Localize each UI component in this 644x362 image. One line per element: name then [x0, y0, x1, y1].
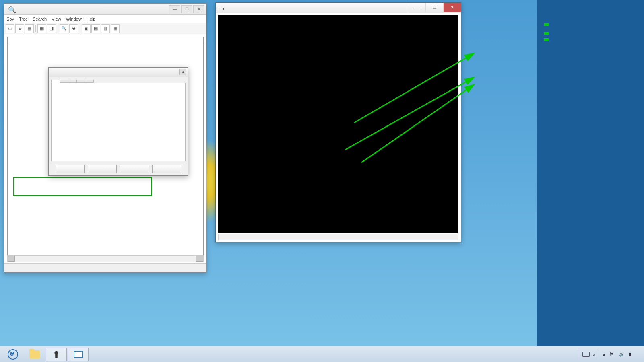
console-output[interactable]	[218, 15, 458, 233]
condition-highlight-box	[544, 32, 549, 35]
console-titlebar[interactable]: ▭ — ☐ ✕	[216, 3, 461, 13]
keyboard-icon[interactable]	[582, 352, 590, 357]
properties-body	[51, 83, 186, 161]
taskbar[interactable]: » ▴ ⚑ 🔊 ▮	[0, 346, 644, 362]
tab-process[interactable]	[85, 80, 94, 83]
taskbar-ie-button[interactable]	[2, 348, 23, 361]
spypp-inner-title	[8, 37, 203, 45]
refresh-button[interactable]	[88, 165, 117, 173]
close-button[interactable]: ✕	[193, 5, 204, 13]
toolbar-btn[interactable]: ▤	[91, 24, 100, 33]
tray-expand-icon[interactable]: ▴	[603, 352, 605, 357]
menu-view[interactable]: View	[52, 16, 61, 21]
desktop-toolbar[interactable]: »	[579, 348, 599, 360]
toolbar-btn[interactable]: ⊚	[15, 24, 24, 33]
weather-snap-panel[interactable]	[537, 0, 644, 346]
spypp-statusbar	[4, 263, 206, 272]
toolbar-btn[interactable]: ◨	[47, 24, 56, 33]
tab-class[interactable]	[76, 80, 85, 83]
horizontal-scrollbar[interactable]	[7, 255, 204, 262]
spypp-toolbar: ▭ ⊚ ▤ ▦ ◨ 🔍 ⊕ ▣ ▤ ▥ ▦	[4, 23, 206, 34]
minimize-button[interactable]: —	[408, 3, 425, 12]
console-window: ▭ — ☐ ✕	[215, 2, 461, 242]
toolbar-btn[interactable]: ▥	[101, 24, 110, 33]
menu-window[interactable]: Window	[66, 16, 82, 21]
synchronize-button[interactable]	[120, 165, 149, 173]
toolbar-btn[interactable]: ▦	[37, 24, 46, 33]
taskbar-console-button[interactable]	[68, 348, 89, 361]
console-icon	[74, 351, 83, 358]
toolbar-btn[interactable]: ▤	[25, 24, 34, 33]
toolbar-btn[interactable]: ⊕	[69, 24, 78, 33]
tab-general[interactable]	[51, 80, 60, 83]
toolbar-btn[interactable]: 🔍	[60, 24, 68, 33]
tab-styles[interactable]	[60, 80, 68, 83]
menu-spy[interactable]: Spy	[6, 16, 14, 21]
maximize-button[interactable]: ☐	[425, 3, 443, 12]
window-properties-dialog: ✕	[48, 67, 188, 176]
close-button[interactable]: ✕	[443, 3, 461, 12]
minimize-button[interactable]: —	[169, 5, 180, 13]
toolbar-btn[interactable]: ▣	[82, 24, 91, 33]
menu-tree[interactable]: Tree	[19, 16, 28, 21]
network-icon[interactable]: ▮	[629, 352, 634, 357]
toolbar-btn[interactable]: ▭	[6, 24, 14, 33]
spypp-menubar[interactable]: Spy Tree Search View Window Help	[4, 15, 206, 23]
spypp-titlebar[interactable]: 🔍 — ☐ ✕	[4, 4, 206, 15]
tab-windows[interactable]	[68, 80, 77, 83]
console-icon: ▭	[218, 4, 226, 12]
chevron-icon[interactable]: »	[593, 352, 595, 357]
menu-search[interactable]: Search	[33, 16, 47, 21]
ie-icon	[8, 349, 18, 360]
properties-titlebar[interactable]: ✕	[49, 68, 188, 77]
taskbar-spypp-button[interactable]	[46, 348, 67, 361]
taskbar-explorer-button[interactable]	[24, 348, 45, 361]
spy-icon	[52, 350, 61, 359]
toolbar-btn[interactable]: ▦	[111, 24, 120, 33]
close-button[interactable]: ✕	[179, 69, 186, 75]
spypp-app-icon: 🔍	[8, 6, 14, 12]
temp-highlight-box	[544, 23, 549, 26]
system-tray: » ▴ ⚑ 🔊 ▮	[579, 348, 642, 360]
window-tree[interactable]	[8, 45, 203, 47]
menu-help[interactable]: Help	[87, 16, 96, 21]
feels-like-highlight-box	[544, 38, 549, 41]
console-scrollbar[interactable]	[218, 234, 458, 240]
properties-tabs	[49, 77, 188, 83]
svg-rect-4	[55, 354, 58, 358]
properties-buttons	[49, 164, 188, 176]
folder-icon	[29, 350, 40, 358]
close-button[interactable]	[56, 165, 85, 173]
maximize-button[interactable]: ☐	[181, 5, 192, 13]
action-center-icon[interactable]: ⚑	[609, 352, 615, 357]
tree-highlight-box	[13, 177, 152, 196]
svg-point-3	[54, 351, 58, 354]
help-button[interactable]	[152, 165, 181, 173]
volume-icon[interactable]: 🔊	[619, 352, 625, 357]
